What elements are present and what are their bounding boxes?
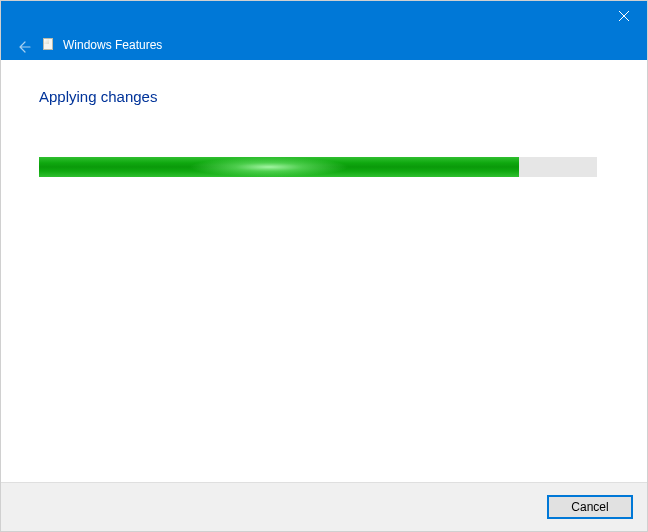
- footer-bar: Cancel: [1, 482, 647, 531]
- window-title: Windows Features: [63, 37, 162, 53]
- progress-fill: [39, 157, 519, 177]
- page-heading: Applying changes: [39, 88, 609, 105]
- close-icon: [619, 11, 629, 21]
- title-wrap: Windows Features: [41, 35, 162, 55]
- content-area: Applying changes: [1, 60, 647, 482]
- dialog-window: Windows Features Applying changes Cancel: [0, 0, 648, 532]
- title-bar: Windows Features: [1, 1, 647, 60]
- progress-bar: [39, 157, 597, 177]
- back-arrow-icon: [15, 39, 31, 55]
- cancel-button[interactable]: Cancel: [547, 495, 633, 519]
- back-button: [11, 35, 35, 59]
- close-button[interactable]: [601, 1, 647, 31]
- windows-features-icon: [41, 37, 57, 53]
